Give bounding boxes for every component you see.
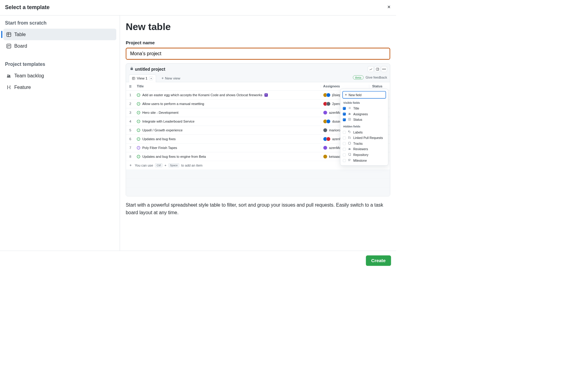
avatar (323, 110, 327, 115)
row-number: 2 (126, 102, 135, 106)
project-name-label: Project name (126, 40, 390, 46)
field-option[interactable]: Title (342, 106, 386, 111)
sidebar-item-team-backlog[interactable]: Team backlog (3, 70, 116, 81)
view-tab-label: View 1 (137, 76, 148, 80)
row-title: Allow users to perform a manual resettin… (142, 102, 204, 106)
people-icon (348, 147, 351, 151)
template-description: Start with a powerful spreadsheet style … (126, 196, 390, 221)
checkbox[interactable] (343, 153, 346, 156)
checkbox[interactable] (343, 113, 346, 116)
view-tab[interactable]: View 1 ▾ (129, 74, 156, 82)
plus-icon: + (345, 93, 347, 96)
checkbox[interactable] (343, 118, 346, 121)
sidebar-item-table[interactable]: Table (3, 29, 116, 40)
issue-open-icon (137, 102, 140, 105)
insights-button[interactable] (368, 66, 374, 72)
checkbox[interactable] (343, 131, 346, 134)
issue-open-icon (137, 155, 140, 158)
issue-open-icon (137, 111, 140, 114)
new-field-button[interactable]: + New field (342, 91, 386, 99)
svg-rect-9 (348, 142, 350, 144)
avatar (323, 146, 327, 150)
field-option[interactable]: Status (342, 117, 386, 123)
sidebar-icon (376, 68, 379, 71)
issue-open-icon (137, 120, 140, 123)
col-assignees[interactable]: Assignees (321, 84, 369, 88)
field-option[interactable]: Milestone (342, 158, 386, 164)
sidebar-item-label: Feature (14, 84, 31, 90)
tag-icon (348, 130, 351, 134)
row-title: Updates and bug fixes (142, 137, 176, 141)
row-title: Poly Fiber Finish Tapes (142, 146, 177, 150)
close-icon (387, 5, 391, 9)
field-option[interactable]: Repository (342, 152, 386, 158)
row-title: Integrate with Leaderboard Service (142, 120, 195, 123)
checkbox[interactable] (343, 148, 346, 151)
issue-open-icon (137, 128, 140, 132)
row-title: Add an easter egg which accepts the Kona… (142, 93, 262, 97)
more-button[interactable]: ••• (381, 66, 387, 72)
sidebar-section-templates: Project templates (3, 61, 116, 70)
kbd-ctrl: Ctrl (155, 163, 162, 167)
checkbox[interactable] (343, 142, 346, 145)
table-icon (132, 77, 135, 80)
kbd-space: Space (169, 163, 179, 167)
new-view-button[interactable]: + New view (159, 74, 182, 82)
field-label: Title (353, 106, 359, 110)
row-number: 4 (126, 120, 135, 123)
template-preview: untitled project ••• (126, 63, 390, 196)
svg-rect-0 (7, 32, 11, 36)
sidebar-item-label: Table (14, 32, 26, 37)
field-option[interactable]: Tracks (342, 141, 386, 147)
avatar (326, 119, 330, 123)
lock-icon (130, 67, 133, 71)
field-option[interactable]: Linked Pull Requests (342, 135, 386, 141)
issue-open-icon (137, 137, 140, 140)
project-name-input[interactable] (126, 48, 390, 59)
field-label: Status (353, 118, 362, 121)
issue-open-icon (137, 146, 140, 149)
row-title: Hero site - Development (142, 111, 179, 114)
avatar (326, 102, 330, 106)
new-view-label: New view (165, 76, 180, 80)
filter-icon[interactable]: ☰ (129, 85, 132, 88)
checkbox[interactable] (343, 159, 346, 162)
sidebar-section-scratch: Start from scratch (3, 20, 116, 29)
svg-point-6 (349, 137, 349, 137)
sidebar-item-feature[interactable]: Feature (3, 81, 116, 93)
row-number: 1 (126, 93, 135, 97)
panel-button[interactable] (374, 66, 380, 72)
tab-options-button[interactable]: ▾ (149, 76, 153, 80)
sidebar-item-label: Board (14, 43, 27, 49)
field-option[interactable]: Reviewers (342, 146, 386, 152)
visible-fields-label: Visible fields (342, 99, 386, 106)
dialog-title: Select a template (5, 4, 50, 11)
field-label: Linked Pull Requests (353, 136, 383, 140)
checkbox[interactable] (343, 107, 346, 110)
avatar (326, 137, 330, 141)
field-option[interactable]: Labels (342, 129, 386, 135)
row-number: 8 (126, 155, 135, 158)
page-heading: New table (126, 21, 390, 32)
row-title: Updates and bug fixes to engine from Bet… (142, 155, 206, 158)
tracks-icon (348, 142, 351, 145)
create-button[interactable]: Create (366, 255, 391, 266)
row-number: 3 (126, 111, 135, 114)
field-option[interactable]: Assignees (342, 111, 386, 117)
row-number: 7 (126, 146, 135, 150)
list-icon (348, 106, 351, 110)
field-label: Labels (353, 130, 363, 134)
pr-icon (348, 136, 351, 140)
svg-rect-3 (132, 77, 135, 79)
beta-badge: Beta (353, 75, 364, 79)
row-number: 6 (126, 137, 135, 141)
checkbox[interactable] (343, 137, 346, 140)
col-title[interactable]: Title (135, 84, 321, 88)
col-status[interactable]: Status (369, 84, 390, 88)
close-button[interactable] (387, 5, 391, 10)
sidebar-item-label: Team backlog (14, 73, 44, 79)
people-icon (348, 112, 351, 116)
sidebar-item-board[interactable]: Board (3, 40, 116, 52)
add-row-suffix: to add an item (181, 164, 203, 167)
feedback-link[interactable]: Give feedback (366, 76, 387, 79)
